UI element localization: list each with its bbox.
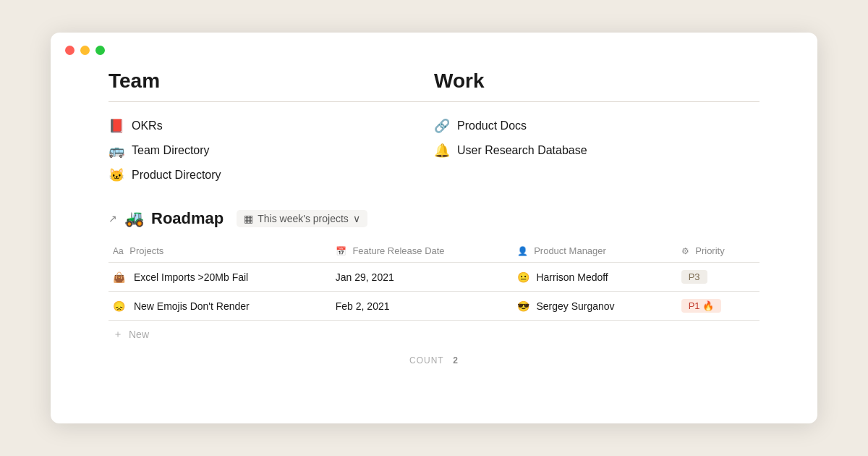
roadmap-title: Roadmap <box>151 209 224 228</box>
maximize-button[interactable] <box>95 46 105 55</box>
nav-item-product-docs[interactable]: 🔗 Product Docs <box>434 114 760 138</box>
user-research-icon: 🔔 <box>434 143 450 159</box>
filter-label: This week's projects <box>258 213 349 224</box>
row1-priority-badge: P3 <box>681 270 707 284</box>
roadmap-table: Aa Projects 📅 Feature Release Date 👤 Pro… <box>109 240 760 321</box>
filter-chevron-icon: ∨ <box>353 213 360 224</box>
plus-icon: ＋ <box>113 328 123 341</box>
count-label: COUNT <box>409 355 443 366</box>
roadmap-filter-button[interactable]: ▦ This week's projects ∨ <box>237 210 367 227</box>
row2-pm-icon: 😎 <box>517 300 529 312</box>
roadmap-emoji: 🚜 <box>124 209 144 228</box>
nav-item-team-directory[interactable]: 🚌 Team Directory <box>109 138 434 163</box>
count-value: 2 <box>453 355 459 366</box>
titlebar <box>51 33 817 62</box>
row1-pm-icon: 😐 <box>517 271 529 283</box>
team-nav-list: 📕 OKRs 🚌 Team Directory 🐱 Product Direct… <box>109 114 434 187</box>
minimize-button[interactable] <box>80 46 90 55</box>
table-row[interactable]: 👜 Excel Imports >20Mb Fail Jan 29, 2021 … <box>109 263 760 292</box>
project-name-cell: 😞 New Emojis Don't Render <box>109 292 331 321</box>
date-col-icon: 📅 <box>336 246 346 256</box>
row2-pm-cell: 😎 Sergey Surganov <box>513 292 677 321</box>
row1-project-icon: 👜 <box>113 271 125 283</box>
row2-project-name: New Emojis Don't Render <box>134 300 250 312</box>
okrs-icon: 📕 <box>109 118 124 134</box>
col-projects: Aa Projects <box>109 240 331 263</box>
row2-priority-cell: P1 🔥 <box>677 292 760 321</box>
new-row-button[interactable]: ＋ New <box>109 321 760 348</box>
user-research-label: User Research Database <box>457 144 587 157</box>
table-row[interactable]: 😞 New Emojis Don't Render Feb 2, 2021 😎 … <box>109 292 760 321</box>
project-name-cell: 👜 Excel Imports >20Mb Fail <box>109 263 331 292</box>
nav-item-user-research[interactable]: 🔔 User Research Database <box>434 138 760 163</box>
close-button[interactable] <box>65 46 75 55</box>
work-divider <box>434 101 760 102</box>
row1-project-name: Excel Imports >20Mb Fail <box>134 271 248 283</box>
nav-item-okrs[interactable]: 📕 OKRs <box>109 114 434 138</box>
product-docs-label: Product Docs <box>457 119 527 132</box>
team-title: Team <box>109 69 434 93</box>
team-col: Team 📕 OKRs 🚌 Team Directory 🐱 Product D… <box>109 69 434 187</box>
okrs-label: OKRs <box>132 119 163 132</box>
row2-priority-badge: P1 🔥 <box>681 299 722 313</box>
row1-date-cell: Jan 29, 2021 <box>331 263 513 292</box>
pm-col-icon: 👤 <box>517 246 528 256</box>
row2-date-cell: Feb 2, 2021 <box>331 292 513 321</box>
priority-col-icon: ⚙ <box>681 246 689 256</box>
product-docs-icon: 🔗 <box>434 118 450 134</box>
work-nav-list: 🔗 Product Docs 🔔 User Research Database <box>434 114 760 163</box>
col-priority: ⚙ Priority <box>677 240 760 263</box>
app-window: Team 📕 OKRs 🚌 Team Directory 🐱 Product D… <box>51 33 817 423</box>
work-title: Work <box>434 69 760 93</box>
product-directory-icon: 🐱 <box>109 167 124 183</box>
table-header-row: Aa Projects 📅 Feature Release Date 👤 Pro… <box>109 240 760 263</box>
top-sections: Team 📕 OKRs 🚌 Team Directory 🐱 Product D… <box>109 69 760 187</box>
roadmap-section: ↗ 🚜 Roadmap ▦ This week's projects ∨ Aa … <box>109 209 760 367</box>
main-content: Team 📕 OKRs 🚌 Team Directory 🐱 Product D… <box>51 62 817 389</box>
product-directory-label: Product Directory <box>132 169 221 182</box>
col-product-manager: 👤 Product Manager <box>513 240 677 263</box>
row1-pm-name: Harrison Medoff <box>536 271 608 283</box>
nav-item-product-directory[interactable]: 🐱 Product Directory <box>109 163 434 187</box>
new-row-label: New <box>129 329 149 340</box>
roadmap-arrow-icon: ↗ <box>109 213 117 224</box>
roadmap-header: ↗ 🚜 Roadmap ▦ This week's projects ∨ <box>109 209 760 228</box>
filter-table-icon: ▦ <box>244 213 253 224</box>
team-directory-label: Team Directory <box>132 144 210 157</box>
team-divider <box>109 101 434 102</box>
projects-col-icon: Aa <box>113 246 124 256</box>
team-directory-icon: 🚌 <box>109 143 124 159</box>
col-release-date: 📅 Feature Release Date <box>331 240 513 263</box>
work-col: Work 🔗 Product Docs 🔔 User Research Data… <box>434 69 760 187</box>
row2-project-icon: 😞 <box>113 300 125 312</box>
row1-priority-cell: P3 <box>677 263 760 292</box>
count-row: COUNT 2 <box>109 348 760 367</box>
row2-pm-name: Sergey Surganov <box>536 300 614 312</box>
row1-pm-cell: 😐 Harrison Medoff <box>513 263 677 292</box>
